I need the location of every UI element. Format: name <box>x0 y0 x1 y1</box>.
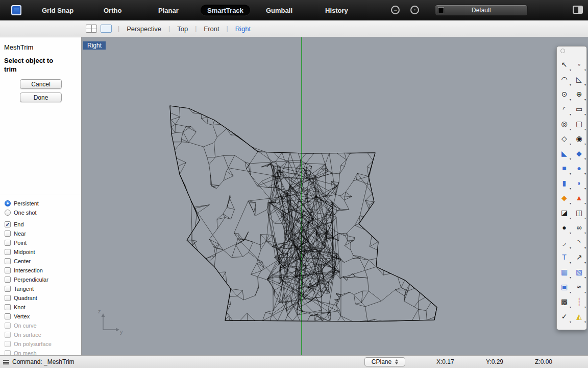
osnap-point[interactable]: Point <box>0 238 82 247</box>
plugin-tool-icon-glyph: ◆ <box>561 194 567 201</box>
viewport-badge[interactable]: Right <box>83 41 106 50</box>
cancel-button[interactable]: Cancel <box>20 79 62 89</box>
pointer-tool-icon-glyph: ↖ <box>561 61 568 68</box>
osnap-perpendicular[interactable]: Perpendicular <box>0 275 82 284</box>
osnap-midpoint[interactable]: Midpoint <box>0 247 82 257</box>
topbar-button-smarttrack[interactable]: SmartTrack <box>201 5 250 16</box>
arc-tool-icon[interactable]: ◜ <box>557 101 572 116</box>
explode-tool-icon[interactable]: ▲ <box>572 190 586 205</box>
osnap-on-mesh[interactable]: On mesh <box>0 349 82 355</box>
move-tool-icon-glyph: ▦ <box>561 268 568 275</box>
osnap-one-shot[interactable]: One shot <box>0 208 82 217</box>
osnap-on-surface[interactable]: On surface <box>0 330 82 339</box>
freeform-curve-tool-icon[interactable]: ◎ <box>557 116 572 131</box>
split-tool-icon[interactable]: ◫ <box>572 205 586 220</box>
rectangle-tool-icon-glyph: ▭ <box>576 105 582 112</box>
helix-tool-icon[interactable]: ◉ <box>572 131 586 146</box>
ellipse-tool-icon-glyph: ⊕ <box>576 90 582 98</box>
osnap-tangent[interactable]: Tangent <box>0 284 82 293</box>
pointer-tool-icon[interactable]: ↖ <box>557 57 572 72</box>
osnap-label: On mesh <box>14 350 37 355</box>
topbar-button-gumball[interactable]: Gumball <box>266 7 292 14</box>
grid-points-tool-icon[interactable]: ▩ <box>557 294 572 309</box>
polygon-tool-icon[interactable]: ◇ <box>557 131 572 146</box>
target-circle-icon[interactable]: ◦ <box>410 6 419 14</box>
osnap-vertex[interactable]: Vertex <box>0 312 82 321</box>
plugin-tool-icon[interactable]: ◆ <box>557 190 572 205</box>
topbar-button-grid-snap[interactable]: Grid Snap <box>42 7 74 14</box>
point-cloud-tool-icon[interactable]: ┆ <box>572 294 586 309</box>
shade-tool-icon[interactable]: ◭ <box>572 309 586 324</box>
shade-tool-icon-glyph: ◭ <box>576 313 582 320</box>
osnap-near[interactable]: Near <box>0 229 82 238</box>
orient-tool-icon[interactable]: ▣ <box>557 279 572 294</box>
cylinder-tool-icon[interactable]: ▮ <box>557 175 572 190</box>
viewport-tab-top[interactable]: Top <box>170 25 195 33</box>
osnap-label: Midpoint <box>14 249 35 255</box>
polygon-tool-icon-glyph: ◇ <box>561 135 567 142</box>
viewport-tab-front[interactable]: Front <box>197 25 226 33</box>
surface-tool-icon[interactable]: ◣ <box>557 146 572 160</box>
viewport-tab-perspective[interactable]: Perspective <box>119 25 168 33</box>
offset-tool-icon[interactable]: ◝ <box>572 235 586 249</box>
coordinate-x: X:0.17 <box>436 358 454 365</box>
osnap-on-polysurface[interactable]: On polysurface <box>0 339 82 349</box>
text-tool-icon[interactable]: T <box>557 249 572 264</box>
check-unchecked-icon <box>5 286 11 292</box>
ellipse-tool-icon[interactable]: ⊕ <box>572 86 586 101</box>
polyline-tool-icon[interactable]: ◺ <box>572 72 586 86</box>
control-point-curve-tool-icon[interactable]: ◠ <box>557 72 572 86</box>
trim-tool-icon[interactable]: ◪ <box>557 205 572 220</box>
viewport-tab-right[interactable]: Right <box>228 25 258 33</box>
osnap-intersection[interactable]: Intersection <box>0 266 82 275</box>
hide-tool-icon[interactable]: ≈ <box>572 279 586 294</box>
osnap-knot[interactable]: Knot <box>0 303 82 312</box>
command-history-icon[interactable] <box>3 360 9 364</box>
cplane-selector[interactable]: CPlane <box>364 357 405 366</box>
rectangle-tool-icon[interactable]: ▭ <box>572 101 586 116</box>
topbar-button-ortho[interactable]: Ortho <box>104 7 121 14</box>
check-unchecked-icon <box>5 258 11 264</box>
fillet-tool-icon[interactable]: ● <box>557 220 572 235</box>
view-tabs: |Perspective|Top|Front|Right <box>118 25 258 33</box>
extrude-tool-icon[interactable]: ◗ <box>572 175 586 190</box>
dimension-tool-icon[interactable]: ↗ <box>572 249 586 264</box>
loft-tool-icon[interactable]: ◆ <box>572 146 586 160</box>
command-line[interactable]: Command: _MeshTrim <box>12 358 75 365</box>
osnap-on-curve[interactable]: On curve <box>0 321 82 330</box>
orient-tool-icon-glyph: ▣ <box>561 283 568 290</box>
mesh-wireframe[interactable] <box>82 37 588 355</box>
coordinate-y: Y:0.29 <box>486 358 503 365</box>
viewport[interactable]: Right z y <box>82 37 588 355</box>
box-tool-icon[interactable]: ■ <box>557 160 572 175</box>
osnap-end[interactable]: ✓End <box>0 220 82 229</box>
check-tool-icon[interactable]: ✓ <box>557 309 572 324</box>
osnap-persistent[interactable]: Persistent <box>0 199 82 208</box>
viewport-layout-1-icon[interactable] <box>101 25 112 33</box>
check-unchecked-icon <box>5 313 11 319</box>
blend-tool-icon[interactable]: ∞ <box>572 220 586 235</box>
text-tool-icon-glyph: T <box>562 254 567 261</box>
osnap-quadrant[interactable]: Quadrant <box>0 293 82 303</box>
viewport-layout-4-icon[interactable] <box>86 25 97 33</box>
rounded-rectangle-tool-icon[interactable]: ▢ <box>572 116 586 131</box>
done-button[interactable]: Done <box>20 93 62 102</box>
command-title: MeshTrim <box>4 43 33 51</box>
palette-grip-icon[interactable] <box>560 49 565 53</box>
osnap-label: On surface <box>14 332 41 338</box>
point-tool-icon[interactable]: ◦ <box>572 57 586 72</box>
topbar-button-history[interactable]: History <box>325 7 348 14</box>
extend-tool-icon[interactable]: ◞ <box>557 235 572 249</box>
check-unchecked-icon <box>5 277 11 283</box>
osnap-center[interactable]: Center <box>0 257 82 266</box>
array-tool-icon[interactable]: ▧ <box>572 264 586 279</box>
sphere-tool-icon[interactable]: ● <box>572 160 586 175</box>
topbar-button-planar[interactable]: Planar <box>158 7 179 14</box>
osnap-label: End <box>14 221 24 227</box>
cplane-label: CPlane <box>372 358 391 365</box>
display-preset-dropdown[interactable]: Default <box>435 5 528 16</box>
panel-toggle-icon[interactable] <box>573 6 583 14</box>
circle-tool-icon[interactable]: ⊙ <box>557 86 572 101</box>
move-tool-icon[interactable]: ▦ <box>557 264 572 279</box>
record-history-icon[interactable]: → <box>391 6 400 14</box>
